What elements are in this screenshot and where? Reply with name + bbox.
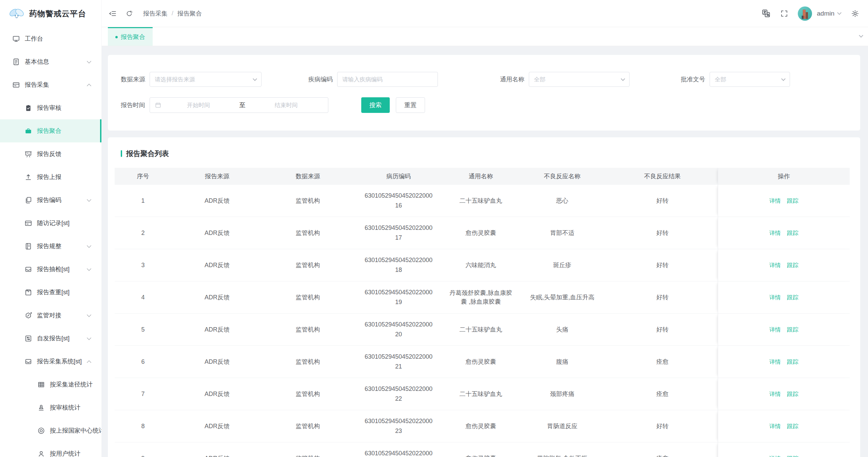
track-link[interactable]: 跟踪 (787, 422, 798, 430)
sidebar-item-report-dedup[interactable]: 报告查重[st] (0, 281, 101, 304)
sidebar-item-report-collect-system[interactable]: 报告采集系统[st] (0, 350, 101, 373)
filter-approval-no: 批准文号 全部 (675, 72, 790, 87)
detail-link[interactable]: 详情 (769, 390, 781, 398)
cell-reaction-result: 好转 (607, 249, 718, 281)
track-link[interactable]: 跟踪 (787, 390, 798, 398)
table-row: 8 ADR反馈 监管机构 63010529450452022000 23 愈伤灵… (115, 410, 850, 442)
breadcrumb-separator: / (172, 10, 173, 17)
detail-link[interactable]: 详情 (769, 229, 781, 237)
menu-item-icon (24, 173, 32, 181)
approval-no-select[interactable]: 全部 (710, 72, 790, 87)
gear-icon[interactable] (851, 9, 859, 18)
fullscreen-icon[interactable] (780, 9, 788, 18)
generic-name-select[interactable]: 全部 (529, 72, 630, 87)
detail-link[interactable]: 详情 (769, 326, 781, 334)
cell-index: 8 (115, 410, 171, 442)
menu-item-icon (12, 58, 20, 66)
app-logo-icon (9, 7, 24, 20)
cell-actions: 详情 跟踪 (718, 217, 850, 249)
cell-index: 6 (115, 346, 171, 378)
table-header-row: 序号报告来源数据来源病历编码通用名称不良反应名称不良反应结果操作 (115, 168, 850, 185)
cell-adverse-reaction: 胃肠道反应 (517, 410, 607, 442)
track-link[interactable]: 跟踪 (787, 229, 798, 237)
search-button[interactable]: 搜索 (361, 97, 390, 113)
breadcrumb: 报告采集 / 报告聚合 (143, 9, 202, 18)
track-link[interactable]: 跟踪 (787, 358, 798, 366)
detail-link[interactable]: 详情 (769, 422, 781, 430)
menu-item-icon (24, 196, 32, 204)
sidebar-item-workbench[interactable]: 工作台 (0, 27, 101, 50)
sidebar-item-stat-by-review[interactable]: 按审核统计 (0, 396, 101, 419)
menu-item-label: 报告审核 (37, 104, 61, 112)
cell-actions: 详情 跟踪 (718, 346, 850, 378)
main-area: 报告采集 / 报告聚合 (102, 0, 868, 457)
detail-link[interactable]: 详情 (769, 197, 781, 205)
tab-report-aggregate[interactable]: 报告聚合 (108, 27, 153, 46)
sidebar-item-stat-by-national-center[interactable]: 按上报国家中心统计 (0, 419, 101, 442)
menu-item-label: 基本信息 (25, 58, 49, 66)
track-link[interactable]: 跟踪 (787, 294, 798, 301)
sidebar: 药物警戒云平台 工作台 基本信息 报告采集 报告审核 报告聚合 报告反馈 报告上… (0, 0, 102, 457)
disease-code-input[interactable]: 请输入疾病编码 (337, 72, 438, 87)
tab-active-dot (115, 36, 118, 38)
cell-actions: 详情 跟踪 (718, 410, 850, 442)
sidebar-item-report-aggregate[interactable]: 报告聚合 (0, 119, 101, 142)
report-time-range-picker[interactable]: 开始时间 至 结束时间 (150, 97, 328, 113)
menu-item-label: 报告采集系统[st] (37, 357, 82, 365)
cell-index: 9 (115, 442, 171, 457)
breadcrumb-section[interactable]: 报告采集 (143, 9, 168, 18)
sidebar-item-report-upload[interactable]: 报告上报 (0, 165, 101, 188)
sidebar-item-report-review[interactable]: 报告审核 (0, 96, 101, 119)
column-header-4: 通用名称 (444, 168, 517, 185)
menu-item-label: 报告编码 (37, 196, 61, 204)
sidebar-item-report-coding[interactable]: 报告编码 (0, 188, 101, 212)
translate-icon[interactable] (761, 9, 771, 18)
cell-actions: 详情 跟踪 (718, 281, 850, 313)
sidebar-item-spontaneous-report[interactable]: 自发报告[st] (0, 327, 101, 350)
avatar[interactable] (798, 6, 812, 21)
menu-item-label: 按采集途径统计 (50, 380, 93, 389)
cell-actions: 详情 跟踪 (718, 249, 850, 281)
detail-link[interactable]: 详情 (769, 358, 781, 366)
sidebar-item-followup-records[interactable]: 随访记录[st] (0, 212, 101, 235)
sidebar-item-regulatory-connect[interactable]: 监管对接 (0, 304, 101, 327)
user-menu[interactable]: admin (817, 10, 841, 17)
column-header-7: 操作 (718, 168, 850, 185)
sidebar-item-stat-by-user[interactable]: 按用户统计 (0, 442, 101, 457)
sidebar-item-stat-by-route[interactable]: 按采集途径统计 (0, 373, 101, 396)
cell-index: 4 (115, 281, 171, 313)
menu-item-icon (24, 312, 32, 319)
menu-item-label: 报告规整 (37, 242, 61, 250)
menu-item-label: 自发报告[st] (37, 334, 70, 342)
cell-actions: 详情 跟踪 (718, 442, 850, 457)
track-link[interactable]: 跟踪 (787, 455, 798, 457)
detail-link[interactable]: 详情 (769, 455, 781, 457)
track-link[interactable]: 跟踪 (787, 261, 798, 269)
cell-adverse-reaction: 胃脘胀气,食欲不振 (517, 442, 607, 457)
disease-code-label: 疾病编码 (302, 75, 333, 83)
reset-button[interactable]: 重置 (396, 97, 425, 113)
collapse-sidebar-icon[interactable] (109, 9, 117, 18)
menu-item-icon (24, 219, 32, 227)
sidebar-item-report-normalize[interactable]: 报告规整 (0, 235, 101, 258)
track-link[interactable]: 跟踪 (787, 326, 798, 334)
detail-link[interactable]: 详情 (769, 294, 781, 301)
sidebar-item-report-sampling[interactable]: 报告抽检[st] (0, 258, 101, 281)
menu-item-label: 报告聚合 (37, 127, 61, 135)
refresh-icon[interactable] (126, 10, 133, 17)
logo-row: 药物警戒云平台 (0, 0, 101, 27)
report-list-panel: 报告聚合列表 序号报告来源数据来源病历编码通用名称不良反应名称不良反应结果操作 … (108, 137, 860, 457)
track-link[interactable]: 跟踪 (787, 197, 798, 205)
data-source-select[interactable]: 请选择报告来源 (150, 72, 262, 87)
sidebar-item-report-collect[interactable]: 报告采集 (0, 73, 101, 96)
cell-report-source: ADR反馈 (171, 217, 263, 249)
cell-report-source: ADR反馈 (171, 281, 263, 313)
top-header: 报告采集 / 报告聚合 (102, 0, 868, 27)
cell-generic-name: 愈伤灵胶囊 (444, 217, 517, 249)
sidebar-item-report-feedback[interactable]: 报告反馈 (0, 142, 101, 165)
column-header-3: 病历编码 (353, 168, 444, 185)
chevron-down-icon (781, 77, 786, 81)
sidebar-item-basic-info[interactable]: 基本信息 (0, 50, 101, 73)
detail-link[interactable]: 详情 (769, 261, 781, 269)
tab-options-chevron-icon[interactable] (859, 33, 863, 38)
